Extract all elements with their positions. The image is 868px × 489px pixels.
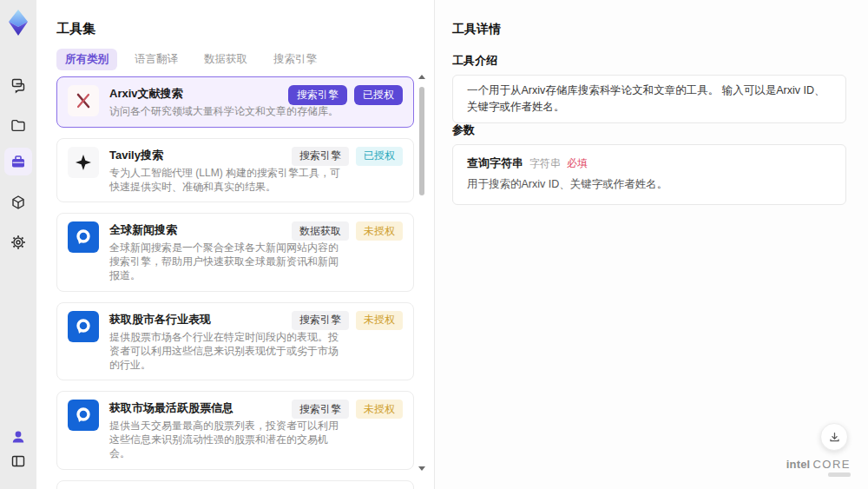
- param-type: 字符串: [529, 156, 561, 171]
- sidebar-item-settings[interactable]: [6, 230, 30, 254]
- tool-list-panel: 工具集 所有类别 语言翻译 数据获取 搜索引擎 Arxiv文献搜索 访问各个研究…: [36, 0, 434, 489]
- tool-badges: 搜索引擎 已授权: [288, 85, 403, 105]
- param-description: 用于搜索的Arxiv ID、关键字或作者姓名。: [467, 177, 832, 192]
- param-name: 查询字符串: [467, 155, 523, 171]
- tool-card-most-active-stocks[interactable]: 获取市场最活跃股票信息 提供当天交易量最高的股票列表，投资者可以利用这些信息来识…: [56, 391, 414, 469]
- category-tabs: 所有类别 语言翻译 数据获取 搜索引擎: [56, 49, 326, 70]
- tool-detail-panel: 工具详情 工具介绍 一个用于从Arxiv存储库搜索科学论文和文章的工具。 输入可…: [434, 0, 868, 489]
- list-scrollbar: [419, 75, 424, 476]
- tool-card-tavily[interactable]: Tavily搜索 专为人工智能代理 (LLM) 构建的搜索引擎工具，可快速提供实…: [56, 138, 414, 203]
- auth-status-badge: 未授权: [356, 311, 403, 330]
- intro-box: 一个用于从Arxiv存储库搜索科学论文和文章的工具。 输入可以是Arxiv ID…: [452, 75, 846, 123]
- tool-badges: 数据获取 未授权: [292, 221, 403, 241]
- tab-all-categories[interactable]: 所有类别: [56, 49, 117, 70]
- intro-text: 一个用于从Arxiv存储库搜索科学论文和文章的工具。 输入可以是Arxiv ID…: [467, 83, 832, 116]
- download-icon: [828, 431, 841, 444]
- gear-icon: [10, 234, 27, 251]
- tool-card-arxiv[interactable]: Arxiv文献搜索 访问各个研究领域大量科学论文和文章的存储库。 搜索引擎 已授…: [56, 76, 414, 128]
- blue-news-icon: [68, 221, 99, 253]
- scroll-up-arrow[interactable]: [418, 75, 425, 79]
- intel-product-text: core: [812, 458, 851, 471]
- tool-card-regional-news[interactable]: 万维地区新闻查询 查询具体行政区划内的新闻，快速了解各地新闻动 搜索引擎 未授权: [56, 480, 414, 489]
- auth-status-badge: 未授权: [356, 400, 403, 419]
- tool-badges: 搜索引擎 未授权: [292, 311, 403, 330]
- category-badge: 搜索引擎: [288, 85, 347, 105]
- intel-core-logo: intelcore: [786, 459, 851, 477]
- param-required-flag: 必填: [567, 156, 588, 171]
- app-logo: [3, 7, 34, 38]
- tool-list: Arxiv文献搜索 访问各个研究领域大量科学论文和文章的存储库。 搜索引擎 已授…: [56, 76, 414, 489]
- tool-description: 访问各个研究领域大量科学论文和文章的存储库。: [109, 105, 339, 119]
- params-heading: 参数: [452, 122, 475, 138]
- category-badge: 搜索引擎: [292, 311, 349, 330]
- intro-heading: 工具介绍: [452, 53, 497, 69]
- arxiv-icon: [68, 85, 99, 116]
- briefcase-icon: [10, 153, 27, 170]
- sidebar-item-toolbox[interactable]: [4, 148, 32, 175]
- tool-card-global-news[interactable]: 全球新闻搜索 全球新闻搜索是一个聚合全球各大新闻网站内容的搜索引擎，帮助用户快速…: [56, 213, 414, 291]
- tab-language-translation[interactable]: 语言翻译: [126, 49, 187, 70]
- tool-card-sector-performance[interactable]: 获取股市各行业表现 提供股票市场各个行业在特定时间段内的表现。投资者可以利用这些…: [56, 302, 414, 380]
- page-title: 工具集: [56, 21, 95, 37]
- left-rail: [0, 0, 36, 489]
- panel-toggle-icon: [10, 453, 27, 470]
- category-badge: 搜索引擎: [292, 147, 349, 166]
- category-badge: 数据获取: [292, 221, 349, 241]
- folder-icon: [10, 116, 27, 134]
- gem-logo-icon: [5, 8, 31, 37]
- tab-data-fetch[interactable]: 数据获取: [195, 49, 256, 70]
- tool-description: 专为人工智能代理 (LLM) 构建的搜索引擎工具，可快速提供实时、准确和真实的结…: [109, 167, 345, 195]
- auth-status-badge: 已授权: [356, 147, 403, 166]
- tool-description: 全球新闻搜索是一个聚合全球各大新闻网站内容的搜索引擎，帮助用户快速获取全球最新资…: [109, 241, 345, 282]
- tab-search-engine[interactable]: 搜索引擎: [265, 49, 326, 70]
- sidebar-item-chat[interactable]: [6, 73, 30, 97]
- detail-title: 工具详情: [452, 22, 501, 37]
- param-header-row: 查询字符串 字符串 必填: [467, 155, 832, 171]
- sidebar-item-files[interactable]: [6, 113, 30, 137]
- scrollbar-thumb[interactable]: [419, 87, 424, 195]
- tavily-star-icon: [68, 147, 99, 178]
- blue-news-icon: [68, 311, 99, 342]
- user-icon: [10, 428, 27, 446]
- sidebar-item-account[interactable]: [6, 425, 30, 449]
- sidebar-item-panel-toggle[interactable]: [6, 449, 30, 473]
- sidebar-item-packages[interactable]: [6, 190, 30, 215]
- chat-icon: [10, 76, 27, 94]
- cube-icon: [10, 194, 27, 211]
- scroll-down-arrow[interactable]: [418, 466, 425, 471]
- app-window: 工具集 所有类别 语言翻译 数据获取 搜索引擎 Arxiv文献搜索 访问各个研究…: [0, 0, 868, 489]
- tool-description: 提供当天交易量最高的股票列表，投资者可以利用这些信息来识别流动性强的股票和潜在的…: [109, 420, 345, 460]
- tool-description: 提供股票市场各个行业在特定时间段内的表现。投资者可以利用这些信息来识别表现优于或…: [109, 331, 345, 372]
- auth-status-badge: 未授权: [356, 221, 403, 241]
- tool-badges: 搜索引擎 已授权: [292, 147, 403, 166]
- auth-status-badge: 已授权: [354, 85, 403, 105]
- category-badge: 搜索引擎: [292, 400, 349, 419]
- tool-badges: 搜索引擎 未授权: [292, 400, 403, 419]
- intel-logo-subtext: [828, 472, 851, 477]
- intel-brand-text: intel: [786, 458, 811, 471]
- blue-news-icon: [68, 400, 99, 431]
- param-box: 查询字符串 字符串 必填 用于搜索的Arxiv ID、关键字或作者姓名。: [452, 144, 846, 205]
- download-button[interactable]: [820, 423, 848, 451]
